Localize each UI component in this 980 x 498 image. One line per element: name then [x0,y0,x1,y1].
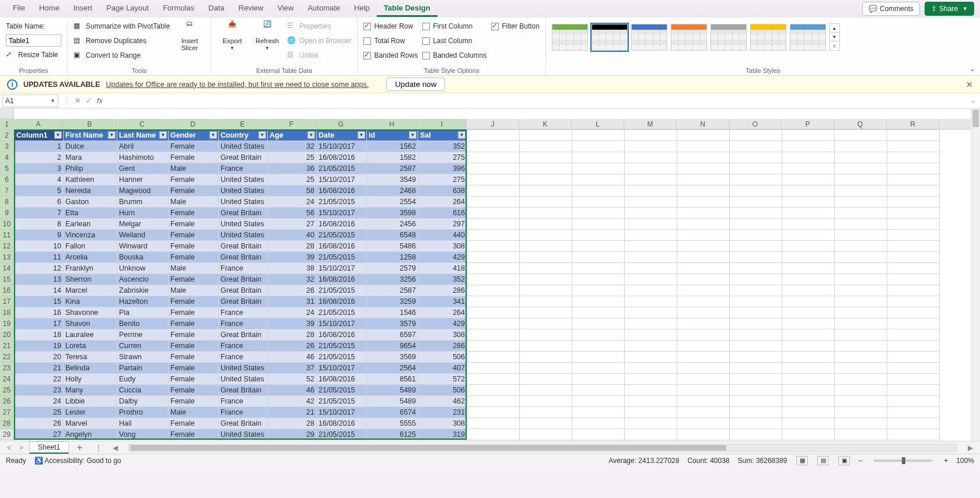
column-header[interactable]: C [117,119,168,129]
view-normal-button[interactable]: ▦ [796,456,808,465]
insert-slicer-button[interactable]: 🗂 Insert Slicer [174,20,205,51]
table-cell[interactable]: 2456 [367,219,418,230]
table-cell[interactable]: Fallon [64,241,117,252]
table-cell[interactable]: 308 [418,418,467,429]
row-header[interactable]: 11 [0,230,14,241]
column-header[interactable]: P [782,119,834,129]
column-header[interactable]: E [218,119,267,129]
table-cell[interactable]: 25 [15,407,64,418]
formula-input[interactable] [105,94,966,107]
table-cell[interactable]: 2468 [367,185,418,197]
scrollbar-thumb[interactable] [130,445,726,451]
table-cell[interactable]: 21 [15,363,64,374]
update-message[interactable]: Updates for Office are ready to be insta… [106,80,369,89]
table-cell[interactable]: Magwood [117,185,169,197]
table-header-cell[interactable]: Age▼ [268,130,317,141]
column-header[interactable]: K [519,119,572,129]
remove-duplicates-button[interactable]: ▤Remove Duplicates [74,34,170,47]
table-cell[interactable]: Great Britain [219,285,268,296]
table-cell[interactable]: 39 [268,318,317,329]
table-cell[interactable]: Nereida [64,185,117,197]
table-cell[interactable]: United States [219,185,268,197]
zoom-handle[interactable] [902,457,905,464]
option-header-row[interactable]: Header Row [363,20,418,33]
row-header[interactable]: 7 [0,185,14,197]
table-cell[interactable]: Female [169,252,219,263]
table-cell[interactable]: 56 [268,208,317,219]
row-header[interactable]: 23 [0,363,14,374]
row-header[interactable]: 1 [0,119,14,130]
row-header[interactable]: 25 [0,385,14,396]
table-cell[interactable]: Abril [117,141,169,152]
table-cell[interactable]: France [219,307,268,318]
table-cell[interactable]: 440 [418,230,467,241]
table-cell[interactable]: Shavon [64,318,117,329]
table-cell[interactable]: 3579 [367,318,418,329]
column-header[interactable]: M [624,119,677,129]
add-sheet-button[interactable]: + [72,443,87,453]
table-cell[interactable]: Vong [117,429,169,440]
table-cell[interactable]: 264 [418,307,467,318]
table-cell[interactable]: France [219,263,268,274]
ribbon-tab-insert[interactable]: Insert [66,1,100,17]
table-cell[interactable]: Female [169,208,219,219]
row-header[interactable]: 13 [0,252,14,263]
filter-button[interactable]: ▼ [458,131,466,139]
share-button[interactable]: ⇪Share▼ [925,2,974,16]
view-page-layout-button[interactable]: ▤ [817,456,829,465]
table-cell[interactable]: Prothro [117,407,169,418]
table-cell[interactable]: Weiland [117,230,169,241]
zoom-slider[interactable] [874,460,932,462]
option-banded-rows[interactable]: Banded Rows [363,49,418,62]
row-header[interactable]: 16 [0,285,14,296]
table-header-cell[interactable]: Id▼ [367,130,418,141]
table-cell[interactable]: Marcel [64,285,117,296]
gallery-arrow[interactable]: ▿ [830,41,839,50]
table-cell[interactable]: Curren [117,341,169,352]
table-cell[interactable]: 6597 [367,329,418,341]
table-cell[interactable]: United States [219,197,268,208]
table-cell[interactable]: 429 [418,252,467,263]
table-cell[interactable]: 24 [268,307,317,318]
table-cell[interactable]: 23 [15,385,64,396]
table-cell[interactable]: Great Britain [219,329,268,341]
table-cell[interactable]: 2554 [367,197,418,208]
table-cell[interactable]: 13 [15,274,64,285]
table-cell[interactable]: 407 [418,363,467,374]
table-header-cell[interactable]: Country▼ [219,130,268,141]
table-cell[interactable]: 7 [15,208,64,219]
table-cell[interactable]: United States [219,141,268,152]
table-cell[interactable]: Marvel [64,418,117,429]
table-cell[interactable]: Ascencio [117,274,169,285]
table-cell[interactable]: 10 [15,241,64,252]
table-cell[interactable]: 20 [15,352,64,363]
table-cell[interactable]: Zabriskie [117,285,169,296]
table-cell[interactable]: 28 [268,329,317,341]
table-cell[interactable]: 15 [15,296,64,307]
table-cell[interactable]: Hanner [117,174,169,185]
table-styles-gallery[interactable]: ▴▾▿ [552,20,840,51]
table-cell[interactable]: 58 [268,185,317,197]
table-cell[interactable]: Franklyn [64,263,117,274]
table-style-thumb[interactable] [592,24,628,51]
summarize-pivottable-button[interactable]: ▦Summarize with PivotTable [74,20,170,33]
comments-button[interactable]: 💬Comments [862,2,920,16]
table-cell[interactable]: Vincenza [64,230,117,241]
table-cell[interactable]: United States [219,219,268,230]
table-cell[interactable]: 16/08/2016 [317,219,367,230]
hscroll-right[interactable]: ▶ [965,444,975,452]
row-header[interactable]: 18 [0,307,14,318]
table-cell[interactable]: Male [169,163,219,174]
table-cell[interactable]: 6548 [367,230,418,241]
table-style-thumb[interactable] [552,24,588,51]
column-header[interactable]: N [677,119,729,129]
table-style-thumb[interactable] [671,24,707,51]
table-cell[interactable]: 21/05/2015 [317,252,367,263]
table-cell[interactable]: 26 [268,341,317,352]
table-cell[interactable]: 506 [418,352,467,363]
table-cell[interactable]: 16/08/2016 [317,374,367,385]
table-header-cell[interactable]: Sal▼ [418,130,467,141]
column-header[interactable]: Q [834,119,887,129]
vertical-scrollbar[interactable] [971,108,980,441]
table-cell[interactable]: 24 [268,197,317,208]
